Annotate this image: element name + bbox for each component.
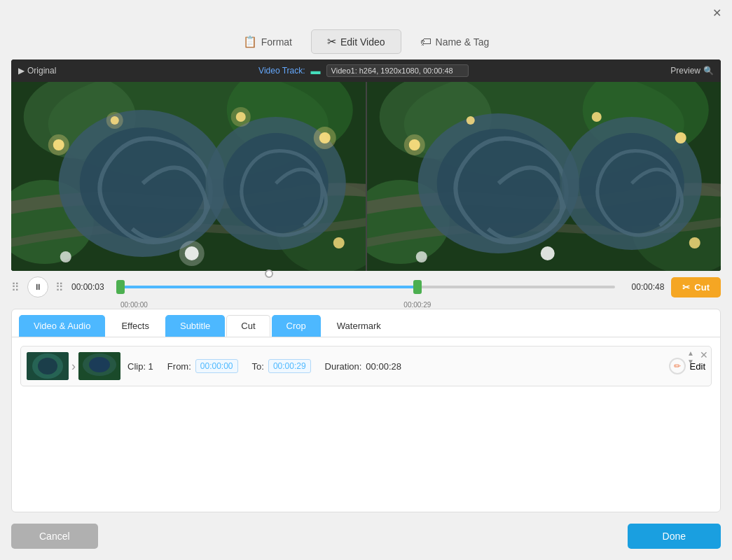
track-icon: ▬ bbox=[311, 65, 321, 76]
clip-thumb-2 bbox=[78, 352, 120, 380]
tab-subtitle[interactable]: Subtitle bbox=[165, 315, 225, 337]
tab-crop[interactable]: Crop bbox=[272, 315, 321, 337]
video-top-bar: ▶ Original Video Track: ▬ Video1: h264, … bbox=[11, 59, 721, 82]
top-tab-bar: 📋 Format ✂ Edit Video 🏷 Name & Tag bbox=[0, 25, 732, 59]
tab-effects[interactable]: Effects bbox=[106, 315, 164, 337]
svg-point-42 bbox=[38, 358, 57, 374]
video-frames bbox=[11, 82, 721, 271]
pause-button[interactable]: ⏸ bbox=[27, 276, 48, 298]
current-time: 00:00:03 bbox=[71, 282, 113, 292]
frame-bg-original bbox=[11, 82, 366, 271]
duration-value: 00:00:28 bbox=[366, 361, 401, 372]
svg-point-33 bbox=[403, 134, 424, 155]
preview-button[interactable]: Preview 🔍 bbox=[670, 66, 714, 76]
tab-cut[interactable]: Cut bbox=[226, 315, 270, 337]
svg-point-15 bbox=[231, 107, 251, 127]
timeline-handle-left[interactable] bbox=[116, 280, 125, 294]
edit-video-icon: ✂ bbox=[327, 35, 336, 48]
search-icon: 🔍 bbox=[703, 66, 714, 76]
svg-point-39 bbox=[689, 237, 700, 248]
to-value[interactable]: 00:00:29 bbox=[268, 359, 311, 373]
bottom-bar: Cancel Done bbox=[0, 512, 732, 560]
timeline-track[interactable] bbox=[120, 286, 615, 288]
thumb-visual-2 bbox=[78, 352, 120, 380]
svg-point-35 bbox=[591, 112, 601, 122]
range-end-label: 00:00:29 bbox=[403, 301, 431, 309]
cut-button[interactable]: ✂ Cut bbox=[671, 277, 721, 298]
timeline-active-range bbox=[120, 286, 417, 288]
clip-arrow: › bbox=[70, 352, 77, 380]
tab-watermark[interactable]: Watermark bbox=[322, 315, 396, 337]
tab-edit-video[interactable]: ✂ Edit Video bbox=[311, 29, 401, 54]
arrow-down-icon[interactable]: ▼ bbox=[687, 358, 694, 365]
frame-bg-preview bbox=[367, 82, 721, 271]
cut-label: Cut bbox=[694, 282, 710, 293]
main-window: ✕ 📋 Format ✂ Edit Video 🏷 Name & Tag ▶ O… bbox=[0, 0, 732, 560]
track-select[interactable]: Video1: h264, 1920x1080, 00:00:48 bbox=[326, 64, 469, 77]
format-icon: 📋 bbox=[243, 35, 257, 48]
svg-point-19 bbox=[179, 241, 205, 266]
clip-reorder-arrows[interactable]: ▲ ▼ bbox=[687, 349, 694, 365]
scissors-icon: ✂ bbox=[682, 282, 690, 293]
drag-handle-right: ⠿ bbox=[55, 281, 64, 294]
edit-icon[interactable]: ✏ bbox=[669, 358, 686, 374]
editor-section: Video & Audio Effects Subtitle Cut Crop … bbox=[11, 309, 721, 512]
timeline-container[interactable]: 00:00:00 00:00:29 bbox=[120, 276, 615, 298]
done-button[interactable]: Done bbox=[628, 524, 721, 549]
timeline-handle-right[interactable] bbox=[413, 280, 422, 294]
video-frame-preview bbox=[366, 82, 721, 271]
svg-point-13 bbox=[106, 112, 123, 129]
video-visual-preview bbox=[367, 82, 721, 271]
svg-point-36 bbox=[675, 132, 686, 144]
clip-info: Clip: 1 From: 00:00:00 To: 00:00:29 Dura… bbox=[127, 359, 662, 373]
title-bar: ✕ bbox=[0, 0, 732, 25]
drag-handle-left: ⠿ bbox=[11, 281, 20, 294]
clip-list: › Clip: 1 From: 00:00:00 bbox=[12, 337, 720, 395]
svg-point-34 bbox=[466, 116, 474, 125]
clip-number: Clip: 1 bbox=[127, 361, 153, 372]
duration-label: Duration: bbox=[325, 361, 362, 372]
video-frame-original bbox=[11, 82, 366, 271]
name-tag-icon: 🏷 bbox=[420, 36, 431, 48]
video-visual-original bbox=[11, 82, 366, 271]
clip-thumbnails: › bbox=[27, 352, 120, 380]
thumb-visual-1 bbox=[27, 352, 69, 380]
from-value[interactable]: 00:00:00 bbox=[195, 359, 238, 373]
svg-point-45 bbox=[89, 357, 110, 372]
svg-point-17 bbox=[314, 127, 336, 149]
svg-point-20 bbox=[60, 251, 71, 262]
tab-name-tag[interactable]: 🏷 Name & Tag bbox=[404, 30, 506, 54]
tab-format[interactable]: 📋 Format bbox=[227, 29, 308, 54]
video-track-area: Video Track: ▬ Video1: h264, 1920x1080, … bbox=[258, 64, 468, 77]
tab-name-tag-label: Name & Tag bbox=[436, 36, 490, 48]
editor-tabs: Video & Audio Effects Subtitle Cut Crop … bbox=[12, 309, 720, 337]
play-triangle-icon: ▶ bbox=[18, 66, 25, 76]
clip-thumb-1 bbox=[27, 352, 69, 380]
tab-edit-video-label: Edit Video bbox=[340, 36, 385, 48]
to-label: To: bbox=[252, 361, 264, 372]
control-bar: ⠿ ⏸ ⠿ 00:00:03 00:00:00 00:00:29 00:00:4… bbox=[0, 271, 732, 303]
clip-close-button[interactable]: ✕ bbox=[700, 349, 708, 360]
cancel-button[interactable]: Cancel bbox=[11, 524, 98, 549]
arrow-up-icon[interactable]: ▲ bbox=[687, 349, 694, 357]
tab-format-label: Format bbox=[261, 36, 292, 48]
svg-point-37 bbox=[540, 246, 554, 260]
svg-point-11 bbox=[48, 134, 69, 155]
original-label: ▶ Original bbox=[18, 66, 56, 76]
tab-video-audio[interactable]: Video & Audio bbox=[19, 315, 105, 337]
clip-item: › Clip: 1 From: 00:00:00 bbox=[20, 346, 712, 386]
clip-duration: Duration: 00:00:28 bbox=[325, 361, 401, 372]
pause-icon: ⏸ bbox=[34, 282, 42, 292]
svg-point-38 bbox=[415, 251, 427, 262]
video-area: ▶ Original Video Track: ▬ Video1: h264, … bbox=[11, 59, 721, 271]
playhead[interactable] bbox=[265, 270, 273, 278]
end-time: 00:00:48 bbox=[622, 282, 664, 292]
from-label: From: bbox=[167, 361, 191, 372]
range-start-label: 00:00:00 bbox=[120, 301, 148, 309]
video-track-label: Video Track: bbox=[258, 66, 305, 76]
svg-point-21 bbox=[333, 237, 345, 248]
close-button[interactable]: ✕ bbox=[710, 6, 724, 20]
clip-to: To: 00:00:29 bbox=[252, 359, 311, 373]
clip-from: From: 00:00:00 bbox=[167, 359, 238, 373]
